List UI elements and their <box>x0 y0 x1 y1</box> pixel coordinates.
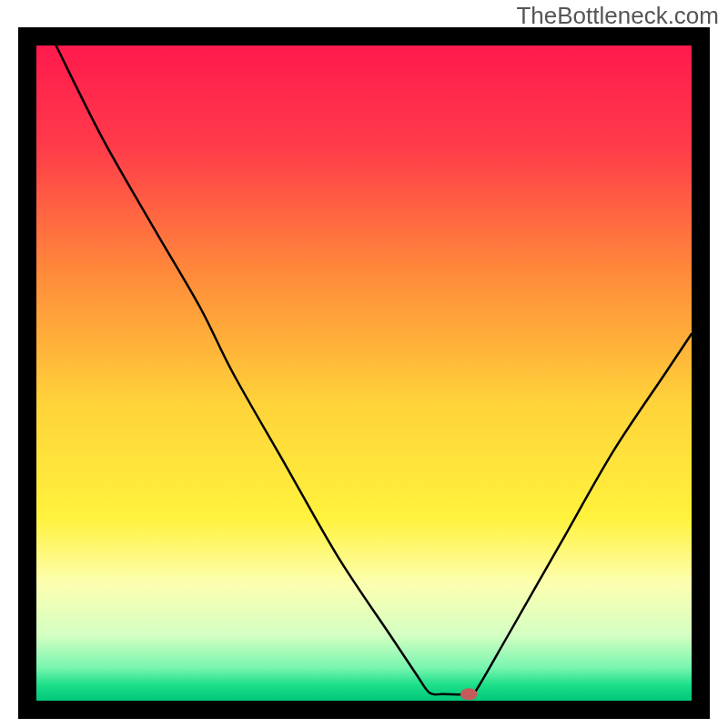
chart-container: TheBottleneck.com <box>0 0 728 728</box>
plot-frame <box>18 27 710 719</box>
optimal-point-marker <box>460 688 478 700</box>
watermark-text: TheBottleneck.com <box>516 2 719 30</box>
gradient-background <box>36 46 692 701</box>
bottleneck-chart <box>18 27 710 719</box>
